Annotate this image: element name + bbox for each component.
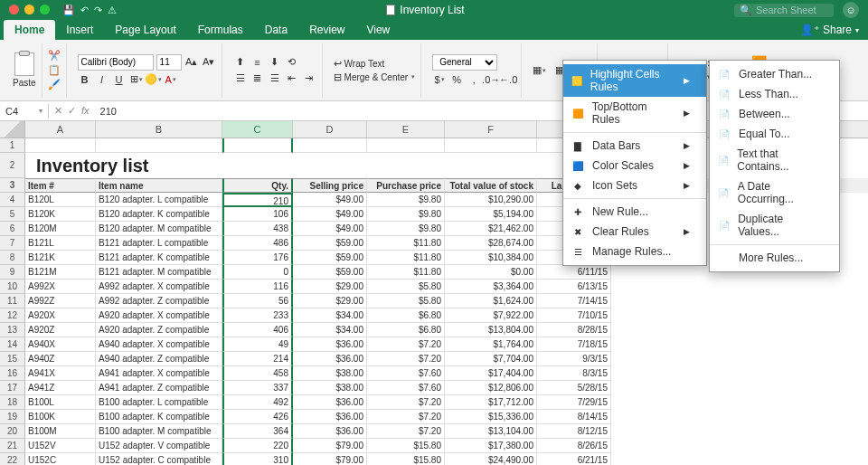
fx-icon[interactable]: fx bbox=[81, 105, 90, 117]
cell[interactable]: $7.20 bbox=[367, 337, 445, 352]
cell[interactable]: $17,404.00 bbox=[445, 366, 537, 381]
cell[interactable]: 210 bbox=[222, 193, 293, 207]
menu-item[interactable]: 🟦Color Scales▶ bbox=[563, 156, 706, 176]
row-header[interactable]: 17 bbox=[0, 381, 25, 395]
cell[interactable]: $15.80 bbox=[367, 439, 445, 453]
cell[interactable]: 337 bbox=[222, 381, 293, 395]
cell[interactable]: $15,336.00 bbox=[445, 410, 537, 424]
cell[interactable]: 406 bbox=[222, 323, 293, 337]
cell[interactable]: $7.60 bbox=[367, 366, 445, 381]
cell[interactable]: A992 adapter. X compatible bbox=[96, 280, 222, 294]
menu-item[interactable]: 📄Duplicate Values... bbox=[710, 209, 839, 242]
cell[interactable]: B120 adapter. K compatible bbox=[96, 207, 222, 222]
row-header[interactable]: 6 bbox=[0, 222, 25, 236]
cell[interactable]: A992Z bbox=[25, 294, 96, 308]
row-header[interactable]: 19 bbox=[0, 410, 25, 424]
menu-item[interactable]: ▇Data Bars▶ bbox=[563, 136, 706, 156]
paste-button[interactable]: Paste bbox=[13, 52, 36, 88]
cell[interactable]: B100L bbox=[25, 395, 96, 410]
percent-icon[interactable]: % bbox=[449, 72, 464, 87]
row-header[interactable]: 8 bbox=[0, 251, 25, 265]
orientation-icon[interactable]: ⟲ bbox=[285, 55, 299, 70]
cell[interactable]: $1,764.00 bbox=[445, 337, 537, 352]
row-header[interactable]: 18 bbox=[0, 395, 25, 410]
format-painter-icon[interactable]: 🖌️ bbox=[48, 79, 61, 90]
merge-center-icon[interactable]: ⊟ bbox=[334, 71, 342, 83]
cancel-icon[interactable]: ✕ bbox=[54, 105, 62, 117]
cell[interactable]: $7.20 bbox=[367, 424, 445, 439]
cell[interactable]: $7.20 bbox=[367, 352, 445, 366]
cell[interactable]: A940Z bbox=[25, 352, 96, 366]
cell[interactable]: $59.00 bbox=[293, 236, 367, 251]
cell[interactable]: 8/28/15 bbox=[537, 323, 611, 337]
cell[interactable]: $11.80 bbox=[367, 265, 445, 280]
cell[interactable]: B100 adapter. M compatible bbox=[96, 424, 222, 439]
minimize-window-button[interactable] bbox=[24, 5, 34, 14]
increase-decimal-icon[interactable]: .0→ bbox=[484, 72, 498, 87]
italic-button[interactable]: I bbox=[95, 72, 109, 87]
cell[interactable]: $36.00 bbox=[293, 337, 367, 352]
align-right-icon[interactable]: ☰ bbox=[268, 71, 282, 86]
cell[interactable]: 6/13/15 bbox=[537, 280, 611, 294]
border-button[interactable]: ⊞▾ bbox=[129, 72, 144, 87]
indent-right-icon[interactable]: ⇥ bbox=[302, 71, 316, 86]
cell[interactable]: $17,712.00 bbox=[445, 395, 537, 410]
cell[interactable]: A920 adapter. X compatible bbox=[96, 308, 222, 323]
cell[interactable]: 214 bbox=[222, 352, 293, 366]
row-header[interactable]: 1 bbox=[0, 138, 25, 153]
cell[interactable]: $7,704.00 bbox=[445, 352, 537, 366]
font-color-button[interactable]: A▾ bbox=[164, 72, 178, 87]
table-header[interactable]: Purchase price bbox=[367, 178, 445, 193]
row-header[interactable]: 21 bbox=[0, 439, 25, 453]
menu-item[interactable]: ✖Clear Rules▶ bbox=[563, 222, 706, 242]
cell[interactable]: B100 adapter. L compatible bbox=[96, 395, 222, 410]
cell[interactable]: 9/3/15 bbox=[537, 352, 611, 366]
align-left-icon[interactable]: ☰ bbox=[233, 71, 248, 86]
cell[interactable]: B121 adapter. K compatible bbox=[96, 251, 222, 265]
cell[interactable]: B100 adapter. K compatible bbox=[96, 410, 222, 424]
cell[interactable]: $10,384.00 bbox=[445, 251, 537, 265]
cell[interactable]: $5,194.00 bbox=[445, 207, 537, 222]
underline-button[interactable]: U bbox=[112, 72, 127, 87]
cell[interactable]: 486 bbox=[222, 236, 293, 251]
cell[interactable]: $6.80 bbox=[367, 308, 445, 323]
increase-font-icon[interactable]: A▴ bbox=[184, 55, 199, 70]
cell[interactable]: 176 bbox=[222, 251, 293, 265]
cell[interactable]: A992X bbox=[25, 280, 96, 294]
cell[interactable]: 49 bbox=[222, 337, 293, 352]
cell[interactable]: $13,804.00 bbox=[445, 323, 537, 337]
cell[interactable]: $7.60 bbox=[367, 381, 445, 395]
cell[interactable]: $5.80 bbox=[367, 294, 445, 308]
cell[interactable]: 233 bbox=[222, 308, 293, 323]
row-header[interactable]: 10 bbox=[0, 280, 25, 294]
undo-icon[interactable]: ↶ bbox=[80, 5, 89, 16]
table-header[interactable]: Item name bbox=[96, 178, 222, 193]
close-window-button[interactable] bbox=[9, 5, 19, 14]
cell[interactable]: A941X bbox=[25, 366, 96, 381]
column-header-C[interactable]: C bbox=[222, 121, 293, 138]
cell[interactable]: U152C bbox=[25, 453, 96, 465]
cell[interactable]: 426 bbox=[222, 410, 293, 424]
cell[interactable]: $59.00 bbox=[293, 265, 367, 280]
comma-icon[interactable]: , bbox=[467, 72, 481, 87]
cell[interactable]: $24,490.00 bbox=[445, 453, 537, 465]
cell[interactable]: 6/11/15 bbox=[537, 265, 611, 280]
cell[interactable]: B120K bbox=[25, 207, 96, 222]
cell[interactable]: $1,624.00 bbox=[445, 294, 537, 308]
share-button[interactable]: 👤⁺ Share ▾ bbox=[791, 20, 868, 40]
cell[interactable]: 8/14/15 bbox=[537, 410, 611, 424]
row-header[interactable]: 4 bbox=[0, 193, 25, 207]
cell[interactable]: B120 adapter. M compatible bbox=[96, 222, 222, 236]
cell[interactable]: A941 adapter. Z compatible bbox=[96, 381, 222, 395]
column-header-D[interactable]: D bbox=[293, 121, 367, 138]
bold-button[interactable]: B bbox=[78, 72, 92, 87]
cell[interactable]: A920Z bbox=[25, 323, 96, 337]
cell[interactable]: $7.20 bbox=[367, 410, 445, 424]
menu-item[interactable]: 📄Less Than... bbox=[710, 84, 839, 104]
save-icon[interactable]: 💾 bbox=[62, 5, 75, 16]
cell[interactable]: $34.00 bbox=[293, 308, 367, 323]
column-header-A[interactable]: A bbox=[25, 121, 96, 138]
cell[interactable]: $10,290.00 bbox=[445, 193, 537, 207]
cell[interactable]: $7.20 bbox=[367, 395, 445, 410]
menu-item[interactable]: 🟨Highlight Cells Rules▶ bbox=[563, 64, 706, 97]
